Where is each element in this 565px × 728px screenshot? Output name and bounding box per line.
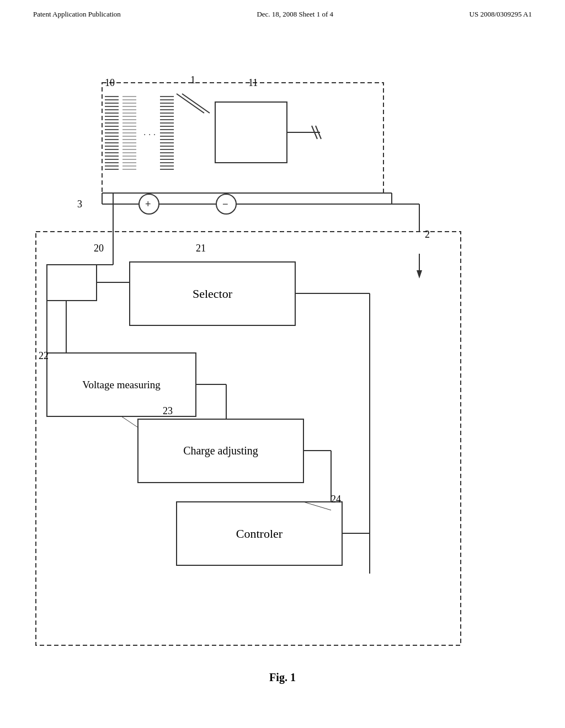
label-24: 24	[331, 494, 341, 505]
svg-line-71	[182, 94, 210, 113]
svg-rect-99	[47, 353, 196, 416]
svg-line-114	[121, 416, 138, 427]
label-22: 22	[39, 350, 49, 362]
label-3: 3	[77, 199, 82, 210]
label-2: 2	[425, 229, 430, 240]
svg-line-76	[316, 126, 321, 139]
svg-rect-103	[138, 419, 303, 483]
svg-rect-93	[36, 232, 461, 645]
selector-label: Selector	[193, 287, 232, 301]
header-left: Patent Application Publication	[33, 10, 121, 19]
header-right: US 2008/0309295 A1	[470, 10, 532, 19]
label-11: 11	[248, 77, 258, 89]
svg-line-70	[177, 94, 204, 113]
header-center: Dec. 18, 2008 Sheet 1 of 4	[257, 10, 333, 19]
svg-rect-107	[177, 502, 342, 565]
svg-rect-96	[130, 262, 295, 325]
svg-rect-94	[47, 265, 97, 301]
figure-caption: Fig. 1	[269, 671, 296, 684]
svg-text:+: +	[145, 199, 151, 210]
svg-marker-92	[417, 270, 422, 279]
svg-point-78	[139, 194, 159, 214]
svg-point-80	[216, 194, 236, 214]
label-21: 21	[196, 243, 206, 254]
svg-rect-73	[215, 102, 287, 163]
svg-line-115	[303, 502, 331, 510]
controller-label: Controler	[236, 527, 282, 541]
voltage-measuring-label: Voltage measuring	[82, 379, 161, 391]
svg-text:−: −	[222, 199, 228, 210]
label-20: 20	[94, 243, 104, 254]
charge-adjusting-label: Charge adjusting	[183, 445, 258, 457]
label-1: 1	[190, 74, 195, 86]
svg-text:. . .: . . .	[143, 127, 156, 137]
svg-rect-72	[102, 83, 383, 193]
svg-line-75	[312, 126, 317, 139]
label-10: 10	[105, 77, 115, 89]
label-23: 23	[163, 405, 173, 417]
